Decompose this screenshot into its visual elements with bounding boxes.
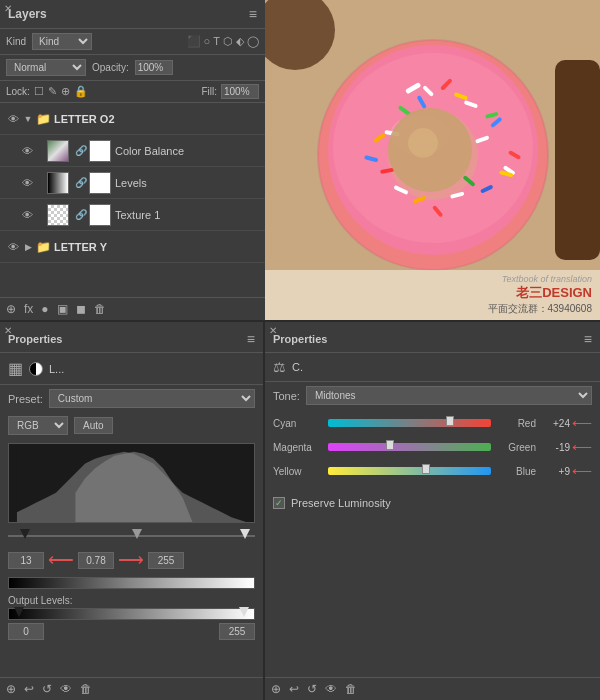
layer-item-letter-y[interactable]: 👁 ▶ 📁 LETTER Y: [0, 231, 265, 263]
layers-close-x[interactable]: ✕: [4, 3, 12, 14]
tone-select[interactable]: Midtones Shadows Highlights: [306, 386, 592, 405]
link-icon-levels: 🔗: [75, 177, 87, 188]
color-add-icon[interactable]: ⊕: [271, 682, 281, 696]
cyan-red-handle[interactable]: [446, 416, 454, 426]
opacity-input[interactable]: 100%: [135, 60, 173, 75]
layer-mask-cb: [89, 140, 111, 162]
levels-auto-button[interactable]: Auto: [74, 417, 113, 434]
yellow-blue-value: +9: [540, 466, 570, 477]
color-prop-header: Properties ≡: [265, 326, 600, 353]
color-panel-close[interactable]: ✕: [269, 325, 277, 336]
link-icon-cb: 🔗: [75, 145, 87, 156]
levels-trash-icon[interactable]: 🗑: [80, 682, 92, 696]
input-white-handle[interactable]: [240, 529, 250, 539]
levels-channel-select[interactable]: RGB: [8, 416, 68, 435]
preserve-luminosity-row: ✓ Preserve Luminosity: [265, 493, 600, 513]
yellow-label: Yellow: [273, 466, 328, 477]
expand-icon-y[interactable]: ▶: [23, 242, 33, 252]
levels-icon-row: ▦ L...: [0, 353, 263, 385]
layer-item-texture1[interactable]: 👁 🔗 Texture 1: [0, 199, 265, 231]
levels-reset-icon[interactable]: ↺: [42, 682, 52, 696]
expand-icon-o2[interactable]: ▼: [23, 114, 33, 124]
layers-menu-icon[interactable]: ≡: [249, 6, 257, 22]
input-white-value[interactable]: 255: [148, 552, 184, 569]
visibility-icon-y[interactable]: 👁: [6, 241, 20, 253]
color-prop-menu[interactable]: ≡: [584, 331, 592, 347]
magenta-green-slider[interactable]: [328, 441, 491, 453]
color-trash-icon[interactable]: 🗑: [345, 682, 357, 696]
output-black-value[interactable]: 0: [8, 623, 44, 640]
levels-preset-select[interactable]: Custom: [49, 389, 255, 408]
watermark-text: Textbook of translation: [273, 274, 592, 284]
layer-item-color-balance[interactable]: 👁 🔗 Color Balance: [0, 135, 265, 167]
layer-item-levels[interactable]: 👁 🔗 Levels: [0, 167, 265, 199]
levels-layer-type-icon: ▦: [8, 359, 23, 378]
input-gamma-handle[interactable]: [132, 529, 142, 539]
levels-prop-menu[interactable]: ≡: [247, 331, 255, 347]
input-gradient-bar: [8, 577, 255, 589]
filter-text-icon[interactable]: T: [213, 35, 220, 48]
filter-pixel-icon[interactable]: ⬛: [187, 35, 201, 48]
levels-add-icon[interactable]: ⊕: [6, 682, 16, 696]
layers-title: Layers: [8, 7, 47, 21]
lock-all-icon[interactable]: 🔒: [74, 85, 88, 98]
cyan-red-row: Cyan Red +24 ⟵: [273, 415, 592, 431]
visibility-icon-o2[interactable]: 👁: [6, 113, 20, 125]
levels-panel-close[interactable]: ✕: [4, 325, 12, 336]
mask-icon[interactable]: ◼: [76, 302, 86, 316]
levels-visibility-icon[interactable]: 👁: [60, 682, 72, 696]
filter-select[interactable]: Kind: [32, 33, 92, 50]
svg-rect-2: [555, 60, 600, 260]
color-reset-icon[interactable]: ↺: [307, 682, 317, 696]
color-history-icon[interactable]: ↩: [289, 682, 299, 696]
green-label: Green: [491, 442, 536, 453]
input-black-handle[interactable]: [20, 529, 30, 539]
group-icon[interactable]: ▣: [57, 302, 68, 316]
output-inputs: 0 255: [8, 623, 255, 640]
output-white-value[interactable]: 255: [219, 623, 255, 640]
input-gamma-value[interactable]: 0.78: [78, 552, 114, 569]
layers-panel-header: Layers ≡: [0, 0, 265, 29]
visibility-icon-levels[interactable]: 👁: [20, 177, 34, 189]
cyan-label: Cyan: [273, 418, 328, 429]
lock-position-icon[interactable]: ⊕: [61, 85, 70, 98]
levels-history-icon[interactable]: ↩: [24, 682, 34, 696]
filter-adjust-icon[interactable]: ○: [204, 35, 211, 48]
trash-icon[interactable]: 🗑: [94, 302, 106, 316]
layer-thumb-tex: [47, 204, 69, 226]
color-balance-icon: ⚖: [273, 359, 286, 375]
color-visibility-icon[interactable]: 👁: [325, 682, 337, 696]
levels-prop-footer: ⊕ ↩ ↺ 👁 🗑: [0, 677, 263, 700]
preserve-checkbox[interactable]: ✓: [273, 497, 285, 509]
fx-icon[interactable]: fx: [24, 302, 33, 316]
cyan-red-slider[interactable]: [328, 417, 491, 429]
filter-shape-icon[interactable]: ⬡: [223, 35, 233, 48]
blend-mode-select[interactable]: Normal: [6, 59, 86, 76]
yellow-blue-slider[interactable]: [328, 465, 491, 477]
filter-toggle[interactable]: ◯: [247, 35, 259, 48]
layers-lock-row: Lock: ☐ ✎ ⊕ 🔒 Fill:: [0, 81, 265, 103]
levels-rgb-row: RGB Auto: [0, 412, 263, 439]
properties-levels-panel: ✕ Properties ≡ ▦ L... Preset: Custom RGB…: [0, 322, 265, 700]
add-link-icon[interactable]: ⊕: [6, 302, 16, 316]
levels-prop-header: Properties ≡: [0, 326, 263, 353]
fill-label: Fill:: [201, 86, 217, 97]
lock-paint-icon[interactable]: ✎: [48, 85, 57, 98]
levels-preset-label: Preset:: [8, 393, 43, 405]
input-black-value[interactable]: 13: [8, 552, 44, 569]
output-white-handle[interactable]: [239, 607, 249, 617]
yellow-blue-track: [328, 467, 491, 475]
lock-transparency-icon[interactable]: ☐: [34, 85, 44, 98]
adjustment-icon[interactable]: ●: [41, 302, 48, 316]
properties-color-panel: ✕ Properties ≡ ⚖ C. Tone: Midtones Shado…: [265, 322, 600, 700]
magenta-green-row: Magenta Green -19 ⟵: [273, 439, 592, 455]
fill-input[interactable]: [221, 84, 259, 99]
cyan-red-value: +24: [540, 418, 570, 429]
visibility-icon-tex[interactable]: 👁: [20, 209, 34, 221]
yellow-blue-handle[interactable]: [422, 464, 430, 474]
visibility-icon-cb[interactable]: 👁: [20, 145, 34, 157]
layer-item-letter-o2[interactable]: 👁 ▼ 📁 LETTER O2: [0, 103, 265, 135]
filter-smart-icon[interactable]: ⬖: [236, 35, 244, 48]
magenta-green-handle[interactable]: [386, 440, 394, 450]
output-black-handle[interactable]: [14, 607, 24, 617]
